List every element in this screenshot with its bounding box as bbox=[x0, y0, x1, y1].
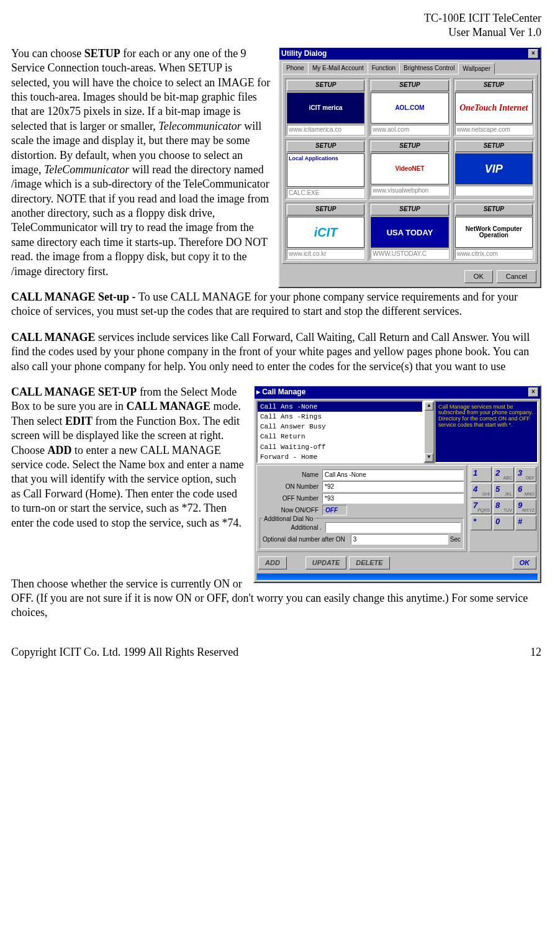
additional-field[interactable] bbox=[325, 522, 461, 533]
tab-row: Phone My E-Mail Account Function Brightn… bbox=[279, 60, 540, 74]
ok-button[interactable]: OK bbox=[513, 556, 537, 569]
setup-button[interactable]: SETUP bbox=[371, 141, 448, 152]
header-line2: User Manual Ver 1.0 bbox=[448, 26, 541, 39]
url-input-1[interactable]: www.aol.com bbox=[371, 125, 448, 135]
key-hash[interactable]: # bbox=[515, 515, 536, 530]
additional-label: Additional . bbox=[263, 523, 325, 532]
copyright: Copyright ICIT Co. Ltd. 1999 All Rights … bbox=[11, 645, 238, 659]
thumb-onetouch[interactable]: OneTouch Internet bbox=[455, 93, 533, 124]
scrollbar[interactable]: ▲ ▼ bbox=[423, 401, 435, 464]
add-button[interactable]: ADD bbox=[258, 556, 287, 569]
name-field[interactable]: Call Ans -None bbox=[322, 469, 464, 480]
key-9[interactable]: 9WXYZ bbox=[515, 499, 536, 514]
wallpaper-cell-8: SETUP NetWork Computer Operation www.cit… bbox=[453, 202, 535, 261]
key-8[interactable]: 8TUV bbox=[493, 499, 514, 514]
url-input-5[interactable] bbox=[455, 186, 533, 196]
off-label: OFF Number bbox=[260, 494, 322, 502]
group-label: Additional Dial No bbox=[263, 515, 315, 523]
list-item[interactable]: Call Return bbox=[258, 432, 422, 442]
ok-button[interactable]: OK bbox=[464, 270, 493, 283]
close-icon[interactable]: × bbox=[528, 49, 538, 58]
name-label: Name bbox=[260, 471, 322, 479]
now-toggle[interactable]: OFF bbox=[322, 505, 347, 515]
key-0[interactable]: 0 bbox=[493, 515, 514, 530]
url-input-4[interactable]: www.visualwebphon bbox=[371, 186, 448, 196]
key-1[interactable]: 1 bbox=[471, 467, 492, 482]
key-2[interactable]: 2ABC bbox=[493, 467, 514, 482]
keypad: 1 2ABC 3DEF 4GHI 5JKL 6MNO 7PQRS 8TUV 9W… bbox=[469, 465, 538, 552]
key-6[interactable]: 6MNO bbox=[515, 483, 536, 498]
key-4[interactable]: 4GHI bbox=[471, 483, 492, 498]
wallpaper-cell-2: SETUP OneTouch Internet www.netscape.com bbox=[453, 78, 535, 137]
setup-button[interactable]: SETUP bbox=[455, 80, 533, 91]
thumb-nwc[interactable]: NetWork Computer Operation bbox=[455, 217, 533, 248]
thumb-aol[interactable]: AOL.COM bbox=[371, 93, 448, 124]
on-number-field[interactable]: *92 bbox=[322, 481, 464, 492]
page-number: 12 bbox=[530, 645, 541, 659]
help-panel: Call Manage services must be subscribed … bbox=[435, 401, 538, 464]
url-input-3[interactable]: CALC.EXE bbox=[287, 188, 364, 198]
now-label: Now ON/OFF bbox=[260, 506, 322, 514]
sec-label: Sec bbox=[450, 535, 461, 543]
thumb-vip[interactable]: VIP bbox=[455, 153, 533, 184]
status-bar bbox=[256, 573, 538, 581]
key-7[interactable]: 7PQRS bbox=[471, 499, 492, 514]
setup-button[interactable]: SETUP bbox=[455, 141, 533, 152]
url-input-0[interactable]: www.icitamerica.co bbox=[287, 125, 364, 135]
delete-button[interactable]: DELETE bbox=[349, 556, 389, 569]
setup-button[interactable]: SETUP bbox=[371, 80, 448, 91]
tab-brightness[interactable]: Brightness Control bbox=[399, 62, 459, 74]
tab-function[interactable]: Function bbox=[368, 62, 400, 74]
url-input-7[interactable]: WWW.USTODAY.C bbox=[371, 249, 448, 259]
close-icon[interactable]: × bbox=[528, 387, 538, 397]
header-line1: TC-100E ICIT TeleCenter bbox=[424, 12, 541, 24]
url-input-6[interactable]: www.icit.co.kr bbox=[287, 249, 364, 259]
list-item[interactable]: Call Answer Busy bbox=[258, 422, 422, 432]
update-button[interactable]: UPDATE bbox=[305, 556, 346, 569]
call-manage-title: ▸ Call Manage bbox=[256, 387, 305, 397]
page-footer: Copyright ICIT Co. Ltd. 1999 All Rights … bbox=[11, 645, 541, 659]
wallpaper-cell-7: SETUP USA TODAY WWW.USTODAY.C bbox=[369, 202, 450, 261]
thumb-local-apps[interactable]: Local Applications bbox=[287, 153, 364, 187]
call-manage-dialog: ▸ Call Manage × Call Ans -None Call Ans … bbox=[253, 385, 541, 583]
optional-label: Optional dial number after ON bbox=[263, 535, 349, 543]
url-input-2[interactable]: www.netscape.com bbox=[455, 125, 533, 135]
setup-button[interactable]: SETUP bbox=[371, 204, 448, 215]
thumb-icit[interactable]: iCIT merica bbox=[287, 93, 364, 124]
tab-wallpaper[interactable]: Wallpaper bbox=[458, 63, 495, 75]
setup-button[interactable]: SETUP bbox=[455, 204, 533, 215]
list-item[interactable]: Call Ans -Rings bbox=[258, 412, 422, 422]
wallpaper-cell-3: SETUP Local Applications CALC.EXE bbox=[285, 139, 366, 200]
thumb-icitkr[interactable]: iCIT bbox=[287, 217, 364, 248]
key-star[interactable]: * bbox=[471, 515, 492, 530]
setup-button[interactable]: SETUP bbox=[287, 80, 364, 91]
setup-button[interactable]: SETUP bbox=[287, 141, 364, 152]
setup-button[interactable]: SETUP bbox=[287, 204, 364, 215]
url-input-8[interactable]: www.citrix.com bbox=[455, 249, 533, 259]
off-number-field[interactable]: *93 bbox=[322, 493, 464, 504]
form-area: NameCall Ans -None ON Number*92 OFF Numb… bbox=[256, 465, 467, 552]
cancel-button[interactable]: Cancel bbox=[497, 270, 536, 283]
scroll-down-icon[interactable]: ▼ bbox=[425, 453, 433, 462]
list-item[interactable]: Call Waiting-off bbox=[258, 442, 422, 452]
tab-email[interactable]: My E-Mail Account bbox=[308, 62, 368, 74]
wallpaper-cell-5: SETUP VIP bbox=[453, 139, 535, 200]
service-list[interactable]: Call Ans -None Call Ans -Rings Call Answ… bbox=[256, 401, 423, 464]
tab-phone[interactable]: Phone bbox=[282, 62, 309, 74]
thumb-videonet[interactable]: VideoNET bbox=[371, 153, 448, 184]
page-header: TC-100E ICIT TeleCenter User Manual Ver … bbox=[11, 11, 541, 40]
paragraph-5: Then choose whether the service is curre… bbox=[11, 577, 541, 620]
utility-dialog: Utility Dialog × Phone My E-Mail Account… bbox=[278, 47, 541, 288]
utility-dialog-title: Utility Dialog bbox=[281, 49, 327, 59]
thumb-usatoday[interactable]: USA TODAY bbox=[371, 217, 448, 248]
list-item[interactable]: Call Ans -None bbox=[258, 402, 422, 412]
on-label: ON Number bbox=[260, 483, 322, 491]
list-item[interactable]: Forward - Home bbox=[258, 452, 422, 462]
scroll-up-icon[interactable]: ▲ bbox=[425, 402, 433, 410]
wallpaper-grid: SETUP iCIT merica www.icitamerica.co SET… bbox=[285, 78, 535, 261]
key-5[interactable]: 5JKL bbox=[493, 483, 514, 498]
paragraph-2: CALL MANAGE Set-up - To use CALL MANAGE … bbox=[11, 290, 541, 319]
optional-sec-field[interactable]: 3 bbox=[351, 534, 448, 545]
key-3[interactable]: 3DEF bbox=[515, 467, 536, 482]
wallpaper-cell-4: SETUP VideoNET www.visualwebphon bbox=[369, 139, 450, 200]
